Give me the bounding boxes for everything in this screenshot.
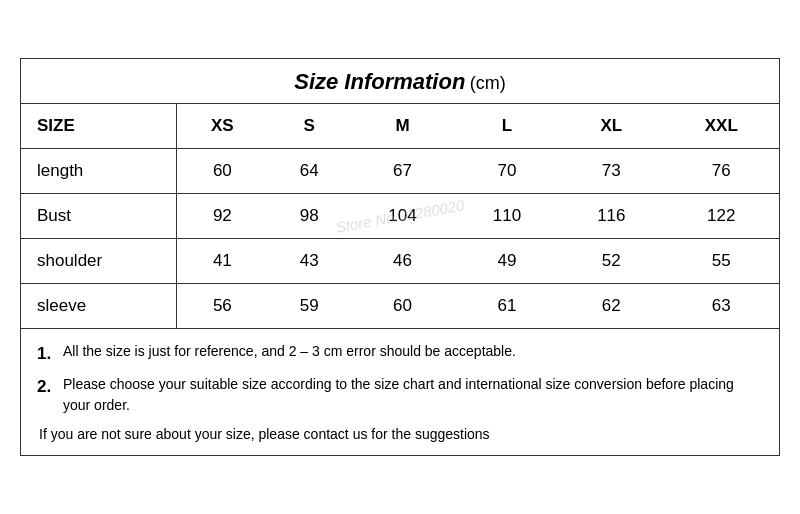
table-cell: 43 bbox=[268, 238, 350, 283]
size-chart-container: Size Information (cm) SIZE XS S M L XL X… bbox=[20, 58, 780, 457]
header-xxl: XXL bbox=[664, 104, 779, 149]
table-cell: 46 bbox=[350, 238, 454, 283]
header-size: SIZE bbox=[21, 104, 176, 149]
table-cell: 76 bbox=[664, 148, 779, 193]
table-cell: 59 bbox=[268, 283, 350, 328]
page-title-main: Size Information bbox=[294, 69, 465, 94]
note-item: 1.All the size is just for reference, an… bbox=[37, 341, 763, 367]
table-cell: 116 bbox=[559, 193, 663, 238]
table-cell: 62 bbox=[559, 283, 663, 328]
table-cell: 122 bbox=[664, 193, 779, 238]
extra-note: If you are not sure about your size, ple… bbox=[37, 424, 763, 445]
table-cell: 98 bbox=[268, 193, 350, 238]
header-s: S bbox=[268, 104, 350, 149]
header-xl: XL bbox=[559, 104, 663, 149]
table-header-row: SIZE XS S M L XL XXL bbox=[21, 104, 779, 149]
table-cell: 56 bbox=[176, 283, 268, 328]
row-label: Bust bbox=[21, 193, 176, 238]
table-cell: 104 bbox=[350, 193, 454, 238]
table-cell: 61 bbox=[455, 283, 559, 328]
table-wrapper: SIZE XS S M L XL XXL length606467707376B… bbox=[21, 104, 779, 329]
header-xs: XS bbox=[176, 104, 268, 149]
table-row: shoulder414346495255 bbox=[21, 238, 779, 283]
header-l: L bbox=[455, 104, 559, 149]
row-label: sleeve bbox=[21, 283, 176, 328]
table-cell: 60 bbox=[350, 283, 454, 328]
row-label: shoulder bbox=[21, 238, 176, 283]
table-cell: 63 bbox=[664, 283, 779, 328]
note-number: 2. bbox=[37, 374, 57, 400]
title-row: Size Information (cm) bbox=[21, 59, 779, 104]
note-number: 1. bbox=[37, 341, 57, 367]
table-cell: 41 bbox=[176, 238, 268, 283]
table-cell: 67 bbox=[350, 148, 454, 193]
notes-section: 1.All the size is just for reference, an… bbox=[21, 329, 779, 456]
table-cell: 64 bbox=[268, 148, 350, 193]
row-label: length bbox=[21, 148, 176, 193]
table-cell: 60 bbox=[176, 148, 268, 193]
table-cell: 110 bbox=[455, 193, 559, 238]
table-cell: 49 bbox=[455, 238, 559, 283]
page-title-unit: (cm) bbox=[470, 73, 506, 93]
table-cell: 73 bbox=[559, 148, 663, 193]
size-table: SIZE XS S M L XL XXL length606467707376B… bbox=[21, 104, 779, 329]
table-cell: 92 bbox=[176, 193, 268, 238]
table-cell: 55 bbox=[664, 238, 779, 283]
table-row: sleeve565960616263 bbox=[21, 283, 779, 328]
table-cell: 70 bbox=[455, 148, 559, 193]
note-text: All the size is just for reference, and … bbox=[63, 341, 516, 362]
header-m: M bbox=[350, 104, 454, 149]
table-row: Bust9298104110116122 bbox=[21, 193, 779, 238]
note-item: 2.Please choose your suitable size accor… bbox=[37, 374, 763, 416]
note-text: Please choose your suitable size accordi… bbox=[63, 374, 763, 416]
table-row: length606467707376 bbox=[21, 148, 779, 193]
table-cell: 52 bbox=[559, 238, 663, 283]
